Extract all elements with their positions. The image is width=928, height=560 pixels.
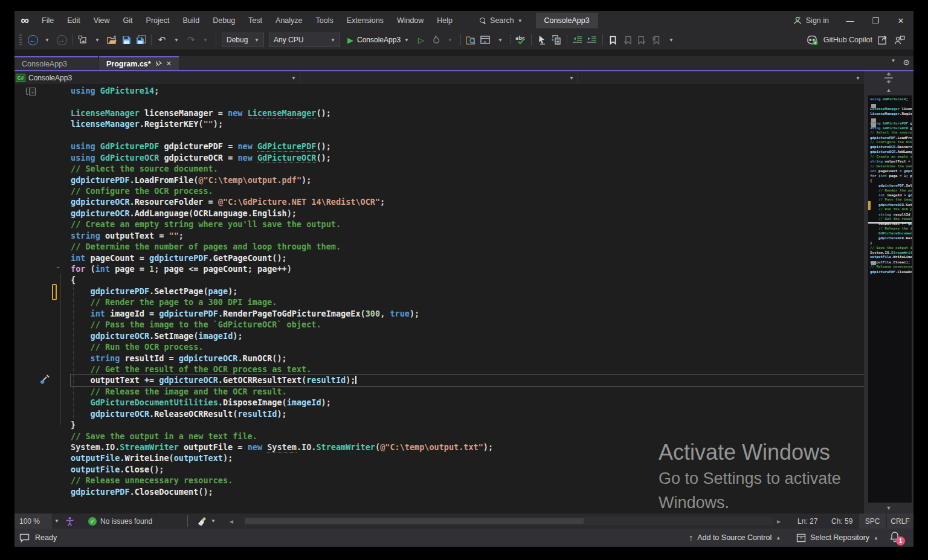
menu-debug[interactable]: Debug <box>206 14 242 27</box>
code-line[interactable]: int imageId = gdpicturePDF.RenderPageToG… <box>71 308 864 319</box>
code-line[interactable]: gdpicturePDF.CloseDocument(); <box>870 269 912 274</box>
horizontal-scrollbar[interactable] <box>244 517 773 525</box>
solution-configuration-combo[interactable]: Debug ▼ <box>222 33 264 47</box>
code-line[interactable]: string resultId = gdpictureOCR.RunOCR(); <box>870 211 912 216</box>
vertical-scrollbar[interactable]: ▲ using GdPicture14; LicenseManager lice… <box>864 85 914 513</box>
code-line[interactable]: // Release the image and the OCR result. <box>870 226 912 231</box>
code-line[interactable] <box>870 116 912 121</box>
code-line[interactable]: gdpicturePDF.SelectPage(page); <box>71 286 864 297</box>
code-line[interactable]: // Select the source document. <box>71 163 864 174</box>
code-line[interactable]: gdpictureOCR.ReleaseOCRResult(resultId); <box>71 408 864 419</box>
code-line[interactable]: for (int page = 1; page <= pageCount; pa… <box>870 173 912 178</box>
selection-tool-button[interactable] <box>535 33 549 47</box>
clear-bookmarks-button[interactable] <box>650 33 663 47</box>
code-line[interactable]: } <box>71 419 864 430</box>
code-line[interactable]: gdpictureOCR.SetImage(imageId); <box>870 202 912 207</box>
code-line[interactable]: // Render the page to a 300 DPI image. <box>870 188 912 193</box>
code-line[interactable]: gdpictureOCR.ResourceFolder = @"C:\GdPic… <box>870 144 912 149</box>
line-ending-indicator[interactable]: CRLF <box>887 513 914 529</box>
code-line[interactable]: licenseManager.RegisterKEY(""); <box>71 118 864 129</box>
code-line[interactable]: string outputText = ""; <box>870 159 912 164</box>
menu-window[interactable]: Window <box>390 14 430 27</box>
code-line[interactable]: gdpicturePDF.LoadFromFile(@"C:\temp\outp… <box>870 135 912 140</box>
menu-extensions[interactable]: Extensions <box>340 14 390 27</box>
code-line[interactable]: for (int page = 1; page <= pageCount; pa… <box>71 263 864 274</box>
restore-button[interactable]: ❐ <box>863 11 888 30</box>
code-line[interactable]: System.IO.StreamWriter outputFile = new … <box>71 442 864 452</box>
outline-margin-icon[interactable]: {⌄ <box>25 86 36 95</box>
code-line[interactable]: using GdPictureOCR gdpictureOCR = new Gd… <box>870 126 912 130</box>
save-all-button[interactable] <box>134 33 147 47</box>
undo-dropdown[interactable]: ▼ <box>170 33 183 47</box>
code-line[interactable]: gdpicturePDF.CloseDocument(); <box>71 486 864 497</box>
menu-edit[interactable]: Edit <box>60 14 87 27</box>
code-line[interactable]: // Run the OCR process. <box>71 341 864 352</box>
code-line[interactable]: using GdPicture14; <box>71 85 864 96</box>
code-line[interactable]: // Get the result of the OCR process as … <box>870 216 912 221</box>
code-line[interactable]: // Configure the OCR process. <box>870 140 912 144</box>
code-line[interactable]: int pageCount = gdpicturePDF.GetPageCoun… <box>870 169 912 173</box>
project-dropdown[interactable]: C# ConsoleApp3 ▼ <box>14 71 300 85</box>
code-cleanup-button[interactable]: ▼ <box>197 513 216 529</box>
solution-explorer-button[interactable] <box>479 33 492 47</box>
hscroll-right-arrow-icon[interactable]: ▸ <box>777 513 781 529</box>
member-dropdown[interactable]: ▼ <box>578 71 864 85</box>
close-button[interactable]: ✕ <box>888 11 914 30</box>
redo-dropdown[interactable]: ▼ <box>199 33 212 47</box>
navigate-back-dropdown[interactable]: ▼ <box>40 33 54 47</box>
code-line[interactable]: // Determine the number of pages and loo… <box>71 241 864 252</box>
solution-explorer-dropdown[interactable]: ▼ <box>494 33 507 47</box>
code-line[interactable]: GdPictureDocumentUtilities.DisposeImage(… <box>71 397 864 408</box>
undo-button[interactable]: ↶ <box>155 33 169 47</box>
code-line[interactable]: gdpictureOCR.ReleaseOCRResult(resultId); <box>870 236 912 240</box>
start-without-debugging-button[interactable]: ▷ <box>414 33 428 47</box>
open-file-button[interactable] <box>105 33 118 47</box>
accessibility-checker-icon[interactable] <box>65 513 74 529</box>
code-line[interactable]: LicenseManager licenseManager = new Lice… <box>870 106 912 111</box>
code-line[interactable] <box>71 96 864 107</box>
sign-in-button[interactable]: Sign in <box>784 16 837 25</box>
tab-consoleapp3[interactable]: ConsoleApp3 <box>14 56 98 70</box>
copilot-label[interactable]: GitHub Copilot <box>823 36 872 44</box>
code-line[interactable]: // Select the source document. <box>870 130 912 135</box>
decrease-indent-button[interactable] <box>571 33 584 47</box>
new-project-button[interactable] <box>76 33 89 47</box>
close-tab-icon[interactable]: ✕ <box>166 60 172 68</box>
hscroll-left-arrow-icon[interactable]: ◂ <box>230 513 233 529</box>
code-line[interactable]: outputText += gdpictureOCR.GetOCRResultT… <box>71 375 864 385</box>
spell-checker-button[interactable]: abc <box>514 33 527 47</box>
code-line[interactable]: int pageCount = gdpicturePDF.GetPageCoun… <box>71 253 864 263</box>
split-window-handle[interactable] <box>864 71 914 85</box>
code-line[interactable]: gdpictureOCR.AddLanguage(OCRLanguage.Eng… <box>71 208 864 219</box>
code-line[interactable]: // Release the image and the OCR result. <box>71 386 864 397</box>
menu-analyze[interactable]: Analyze <box>269 14 309 27</box>
code-line[interactable]: using GdPicturePDF gdpicturePDF = new Gd… <box>870 121 912 126</box>
code-line[interactable]: gdpictureOCR.AddLanguage(OCRLanguage.Eng… <box>870 149 912 154</box>
menu-project[interactable]: Project <box>140 14 176 27</box>
menu-test[interactable]: Test <box>242 14 269 27</box>
search-context-box[interactable]: ConsoleApp3 <box>536 13 598 28</box>
search-control[interactable]: Search ▼ <box>475 14 527 27</box>
code-line[interactable]: // Create an empty string where you'll s… <box>71 219 864 230</box>
code-line[interactable]: // Save the output in a new text file. <box>870 245 912 250</box>
code-line[interactable]: System.IO.StreamWriter outputFile = new … <box>870 250 912 255</box>
hot-reload-button[interactable] <box>429 33 442 47</box>
zoom-dropdown[interactable]: ▼ <box>54 513 59 529</box>
copy-structure-button[interactable] <box>550 33 563 47</box>
share-icon[interactable] <box>878 35 889 45</box>
tab-program-cs[interactable]: Program.cs* ✕ <box>99 56 179 70</box>
code-line[interactable]: using GdPicture14; <box>870 97 912 101</box>
code-line[interactable]: // Configure the OCR process. <box>71 185 864 196</box>
next-bookmark-button[interactable] <box>636 33 649 47</box>
navigate-forward-button[interactable]: → <box>55 33 68 47</box>
increase-indent-button[interactable] <box>585 33 599 47</box>
menu-build[interactable]: Build <box>176 14 206 27</box>
type-dropdown[interactable]: ▼ <box>300 71 578 85</box>
code-line[interactable]: // Run the OCR process. <box>870 207 912 211</box>
code-line[interactable]: // Render the page to a 300 DPI image. <box>71 297 864 307</box>
code-lines[interactable]: using GdPicture14; LicenseManager licens… <box>71 85 864 497</box>
code-line[interactable]: // Release unnecessary resources. <box>870 264 912 269</box>
scroll-up-arrow-icon[interactable]: ▲ <box>864 87 914 93</box>
code-line[interactable]: outputFile.WriteLine(outputText); <box>870 255 912 260</box>
scroll-down-arrow-icon[interactable]: ▼ <box>864 505 914 511</box>
